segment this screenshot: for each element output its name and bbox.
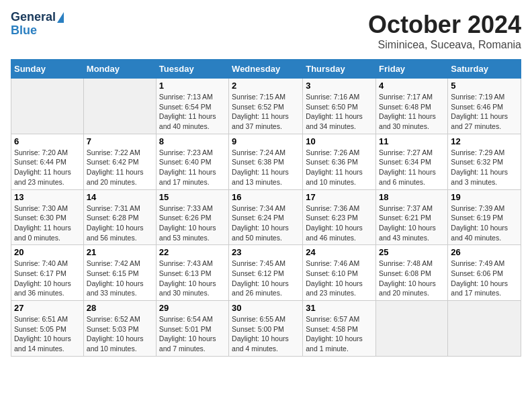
day-number: 18 xyxy=(379,192,445,202)
day-number: 5 xyxy=(451,81,518,91)
day-info: Sunrise: 7:26 AM Sunset: 6:36 PM Dayligh… xyxy=(306,148,373,187)
day-info: Sunrise: 6:55 AM Sunset: 5:00 PM Dayligh… xyxy=(232,314,300,354)
logo-blue-text: Blue xyxy=(11,24,37,37)
calendar-body: 1Sunrise: 7:13 AM Sunset: 6:54 PM Daylig… xyxy=(11,79,521,357)
calendar-cell: 16Sunrise: 7:34 AM Sunset: 6:24 PM Dayli… xyxy=(229,189,303,245)
calendar-cell: 18Sunrise: 7:37 AM Sunset: 6:21 PM Dayli… xyxy=(376,189,448,245)
calendar-cell xyxy=(83,79,156,134)
day-info: Sunrise: 7:34 AM Sunset: 6:24 PM Dayligh… xyxy=(232,203,300,243)
day-number: 4 xyxy=(379,81,445,91)
day-of-week-header: Sunday xyxy=(11,60,84,79)
day-number: 13 xyxy=(14,192,81,202)
calendar-cell: 15Sunrise: 7:33 AM Sunset: 6:26 PM Dayli… xyxy=(156,189,228,245)
calendar-week-row: 1Sunrise: 7:13 AM Sunset: 6:54 PM Daylig… xyxy=(11,79,521,134)
day-info: Sunrise: 7:45 AM Sunset: 6:12 PM Dayligh… xyxy=(232,259,300,298)
day-info: Sunrise: 6:54 AM Sunset: 5:01 PM Dayligh… xyxy=(159,314,226,354)
day-number: 12 xyxy=(451,136,518,146)
calendar-cell: 23Sunrise: 7:45 AM Sunset: 6:12 PM Dayli… xyxy=(229,245,303,301)
day-number: 3 xyxy=(306,81,373,91)
day-number: 8 xyxy=(159,136,226,146)
page-header: General Blue October 2024 Siminicea, Suc… xyxy=(11,11,521,51)
day-info: Sunrise: 7:22 AM Sunset: 6:42 PM Dayligh… xyxy=(87,148,153,187)
calendar-cell: 2Sunrise: 7:15 AM Sunset: 6:52 PM Daylig… xyxy=(229,79,303,134)
day-info: Sunrise: 7:19 AM Sunset: 6:46 PM Dayligh… xyxy=(451,92,518,132)
calendar-cell: 7Sunrise: 7:22 AM Sunset: 6:42 PM Daylig… xyxy=(83,134,156,189)
calendar-cell: 6Sunrise: 7:20 AM Sunset: 6:44 PM Daylig… xyxy=(11,134,84,189)
day-number: 16 xyxy=(232,192,300,202)
day-info: Sunrise: 6:51 AM Sunset: 5:05 PM Dayligh… xyxy=(14,314,81,354)
day-info: Sunrise: 7:16 AM Sunset: 6:50 PM Dayligh… xyxy=(306,92,373,132)
logo: General Blue xyxy=(11,11,64,38)
day-number: 28 xyxy=(87,303,153,313)
day-number: 15 xyxy=(159,192,226,202)
day-info: Sunrise: 7:29 AM Sunset: 6:32 PM Dayligh… xyxy=(451,148,518,187)
logo-triangle-icon xyxy=(57,12,64,23)
calendar-cell: 24Sunrise: 7:46 AM Sunset: 6:10 PM Dayli… xyxy=(303,245,376,301)
day-info: Sunrise: 7:31 AM Sunset: 6:28 PM Dayligh… xyxy=(87,203,153,243)
day-number: 27 xyxy=(14,303,81,313)
calendar-cell: 13Sunrise: 7:30 AM Sunset: 6:30 PM Dayli… xyxy=(11,189,84,245)
day-info: Sunrise: 7:33 AM Sunset: 6:26 PM Dayligh… xyxy=(159,203,226,243)
calendar-header: SundayMondayTuesdayWednesdayThursdayFrid… xyxy=(11,60,521,79)
day-info: Sunrise: 7:17 AM Sunset: 6:48 PM Dayligh… xyxy=(379,92,445,132)
calendar-cell: 20Sunrise: 7:40 AM Sunset: 6:17 PM Dayli… xyxy=(11,245,84,301)
calendar-cell: 21Sunrise: 7:42 AM Sunset: 6:15 PM Dayli… xyxy=(83,245,156,301)
day-number: 2 xyxy=(232,81,300,91)
day-info: Sunrise: 7:23 AM Sunset: 6:40 PM Dayligh… xyxy=(159,148,226,187)
calendar-cell: 3Sunrise: 7:16 AM Sunset: 6:50 PM Daylig… xyxy=(303,79,376,134)
day-info: Sunrise: 7:48 AM Sunset: 6:08 PM Dayligh… xyxy=(379,259,445,298)
day-number: 31 xyxy=(306,303,373,313)
day-info: Sunrise: 7:46 AM Sunset: 6:10 PM Dayligh… xyxy=(306,259,373,298)
calendar-cell: 29Sunrise: 6:54 AM Sunset: 5:01 PM Dayli… xyxy=(156,301,228,357)
day-info: Sunrise: 7:49 AM Sunset: 6:06 PM Dayligh… xyxy=(451,259,518,298)
day-of-week-header: Thursday xyxy=(303,60,376,79)
day-number: 1 xyxy=(159,81,226,91)
day-number: 17 xyxy=(306,192,373,202)
day-info: Sunrise: 6:57 AM Sunset: 4:58 PM Dayligh… xyxy=(306,314,373,354)
calendar-table: SundayMondayTuesdayWednesdayThursdayFrid… xyxy=(11,59,521,357)
calendar-cell: 1Sunrise: 7:13 AM Sunset: 6:54 PM Daylig… xyxy=(156,79,228,134)
day-info: Sunrise: 7:15 AM Sunset: 6:52 PM Dayligh… xyxy=(232,92,300,132)
calendar-cell: 8Sunrise: 7:23 AM Sunset: 6:40 PM Daylig… xyxy=(156,134,228,189)
day-number: 19 xyxy=(451,192,518,202)
day-number: 26 xyxy=(451,247,518,257)
calendar-cell: 31Sunrise: 6:57 AM Sunset: 4:58 PM Dayli… xyxy=(303,301,376,357)
day-info: Sunrise: 7:27 AM Sunset: 6:34 PM Dayligh… xyxy=(379,148,445,187)
day-number: 25 xyxy=(379,247,445,257)
calendar-cell: 5Sunrise: 7:19 AM Sunset: 6:46 PM Daylig… xyxy=(448,79,521,134)
calendar-cell: 9Sunrise: 7:24 AM Sunset: 6:38 PM Daylig… xyxy=(229,134,303,189)
day-number: 6 xyxy=(14,136,81,146)
title-section: October 2024 Siminicea, Suceava, Romania xyxy=(368,11,521,51)
location-text: Siminicea, Suceava, Romania xyxy=(368,39,521,51)
day-number: 9 xyxy=(232,136,300,146)
calendar-cell: 28Sunrise: 6:52 AM Sunset: 5:03 PM Dayli… xyxy=(83,301,156,357)
day-number: 11 xyxy=(379,136,445,146)
day-info: Sunrise: 7:36 AM Sunset: 6:23 PM Dayligh… xyxy=(306,203,373,243)
day-number: 22 xyxy=(159,247,226,257)
day-info: Sunrise: 7:13 AM Sunset: 6:54 PM Dayligh… xyxy=(159,92,226,132)
calendar-cell: 25Sunrise: 7:48 AM Sunset: 6:08 PM Dayli… xyxy=(376,245,448,301)
calendar-cell: 4Sunrise: 7:17 AM Sunset: 6:48 PM Daylig… xyxy=(376,79,448,134)
calendar-cell: 19Sunrise: 7:39 AM Sunset: 6:19 PM Dayli… xyxy=(448,189,521,245)
calendar-week-row: 6Sunrise: 7:20 AM Sunset: 6:44 PM Daylig… xyxy=(11,134,521,189)
calendar-cell xyxy=(11,79,84,134)
day-number: 10 xyxy=(306,136,373,146)
calendar-cell: 22Sunrise: 7:43 AM Sunset: 6:13 PM Dayli… xyxy=(156,245,228,301)
calendar-cell: 14Sunrise: 7:31 AM Sunset: 6:28 PM Dayli… xyxy=(83,189,156,245)
day-info: Sunrise: 7:37 AM Sunset: 6:21 PM Dayligh… xyxy=(379,203,445,243)
day-info: Sunrise: 7:24 AM Sunset: 6:38 PM Dayligh… xyxy=(232,148,300,187)
day-number: 21 xyxy=(87,247,153,257)
calendar-cell: 26Sunrise: 7:49 AM Sunset: 6:06 PM Dayli… xyxy=(448,245,521,301)
logo-general-text: General xyxy=(11,11,56,24)
calendar-week-row: 13Sunrise: 7:30 AM Sunset: 6:30 PM Dayli… xyxy=(11,189,521,245)
calendar-cell: 27Sunrise: 6:51 AM Sunset: 5:05 PM Dayli… xyxy=(11,301,84,357)
day-info: Sunrise: 7:30 AM Sunset: 6:30 PM Dayligh… xyxy=(14,203,81,243)
day-number: 7 xyxy=(87,136,153,146)
day-info: Sunrise: 7:39 AM Sunset: 6:19 PM Dayligh… xyxy=(451,203,518,243)
day-info: Sunrise: 7:40 AM Sunset: 6:17 PM Dayligh… xyxy=(14,259,81,298)
calendar-cell: 12Sunrise: 7:29 AM Sunset: 6:32 PM Dayli… xyxy=(448,134,521,189)
day-info: Sunrise: 7:42 AM Sunset: 6:15 PM Dayligh… xyxy=(87,259,153,298)
calendar-cell xyxy=(448,301,521,357)
day-number: 23 xyxy=(232,247,300,257)
day-of-week-header: Friday xyxy=(376,60,448,79)
